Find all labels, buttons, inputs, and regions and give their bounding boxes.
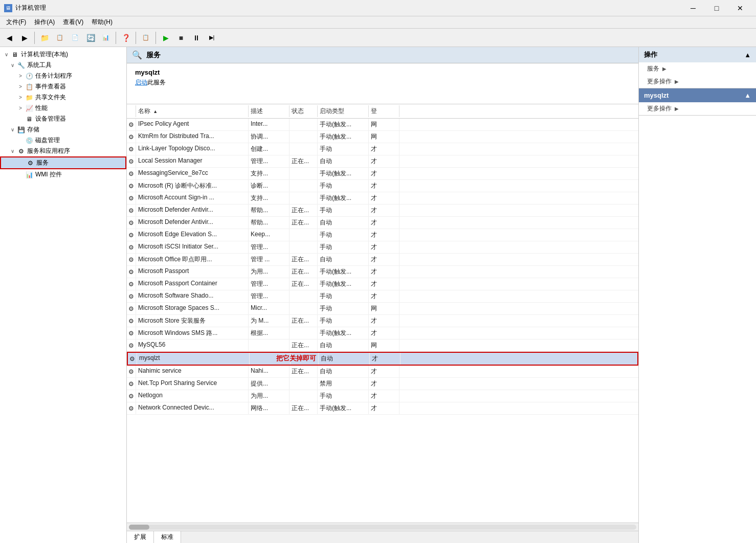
actions-mysqlzt-more-arrow: ▶ — [675, 106, 679, 111]
tree-item-device[interactable]: 🖥 设备管理器 — [0, 114, 126, 124]
row-login-mysqlzt: 才 — [370, 353, 401, 365]
row-icon: ⚙ — [127, 131, 136, 143]
table-row[interactable]: ⚙ Microsoft Defender Antivir... 帮助... 正在… — [127, 217, 638, 229]
table-row[interactable]: ⚙ Microsoft Edge Elevation S... Keep... … — [127, 229, 638, 241]
table-row[interactable]: ⚙ Microsoft Passport 为用... 正在... 手动(触发..… — [127, 266, 638, 278]
table-row[interactable]: ⚙ Microsoft iSCSI Initiator Ser... 管理...… — [127, 241, 638, 254]
tree-item-task[interactable]: > 🕐 任务计划程序 — [0, 71, 126, 81]
up-button[interactable]: 📁 — [37, 31, 52, 45]
tree-item-storage[interactable]: ∨ 💾 存储 — [0, 124, 126, 135]
pause-service-button[interactable]: ⏸ — [189, 31, 204, 45]
row-name: Microsoft Storage Spaces S... — [136, 303, 249, 314]
event-icon: 📋 — [25, 83, 34, 91]
service-start-link[interactable]: 启动 — [135, 79, 147, 86]
th-login[interactable]: 登 — [369, 105, 399, 117]
table-row[interactable]: ⚙ MySQL56 正在... 自动 网 — [127, 340, 638, 352]
row-login: 才 — [369, 366, 399, 377]
th-starttype[interactable]: 启动类型 — [318, 105, 369, 117]
toolbar-sep-4 — [155, 32, 156, 44]
tree-item-shared[interactable]: > 📁 共享文件夹 — [0, 92, 126, 103]
tree-item-system[interactable]: ∨ 🔧 系统工具 — [0, 60, 126, 71]
table-row[interactable]: ⚙ Link-Layer Topology Disco... 创建... 手动 … — [127, 143, 638, 155]
table-row[interactable]: ⚙ Local Session Manager 管理... 正在... 自动 才 — [127, 155, 638, 168]
actions-section-mysqlzt: mysqlzt ▲ 更多操作 ▶ — [639, 88, 756, 116]
tab-expand[interactable]: 扩展 — [127, 531, 154, 543]
table-row[interactable]: ⚙ Microsoft Storage Spaces S... Micr... … — [127, 303, 638, 315]
tree-item-wmi[interactable]: 📊 WMI 控件 — [0, 169, 126, 180]
close-button[interactable]: ✕ — [728, 0, 752, 16]
menu-file[interactable]: 文件(F) — [2, 17, 30, 28]
tab-standard[interactable]: 标准 — [154, 531, 181, 543]
menu-view[interactable]: 查看(V) — [59, 17, 87, 28]
table-row[interactable]: ⚙ KtmRm for Distributed Tra... 协调... 手动(… — [127, 131, 638, 143]
table-row[interactable]: ⚙ Microsoft Store 安装服务 为 M... 正在... 手动 才 — [127, 315, 638, 327]
back-button[interactable]: ◀ — [2, 31, 16, 45]
table-row[interactable]: ⚙ Nahimic service Nahi... 正在... 自动 才 — [127, 366, 638, 378]
row-login: 才 — [369, 217, 399, 229]
actions-mysqlzt-collapse-icon[interactable]: ▲ — [744, 92, 751, 99]
th-name[interactable]: 名称 ▲ — [136, 105, 249, 117]
row-starttype: 自动 — [318, 366, 369, 377]
actions-item-services[interactable]: 服务 ▶ — [639, 62, 756, 75]
start-service-button[interactable]: ▶ — [159, 31, 173, 45]
tree-item-servapps[interactable]: ∨ ⚙ 服务和应用程序 — [0, 146, 126, 156]
tree-label-perf: 性能 — [35, 104, 48, 112]
actions-item-mysqlzt-more[interactable]: 更多操作 ▶ — [639, 102, 756, 115]
maximize-button[interactable]: □ — [705, 0, 728, 16]
row-name: Link-Layer Topology Disco... — [136, 143, 249, 155]
view-button[interactable]: 📋 — [139, 31, 153, 45]
row-login: 才 — [369, 378, 399, 390]
row-desc: 管理... — [249, 278, 290, 290]
th-status[interactable]: 状态 — [290, 105, 318, 117]
properties-button[interactable]: 📄 — [68, 31, 82, 45]
perf-icon: 📈 — [25, 104, 34, 112]
table-row[interactable]: ⚙ Microsoft (R) 诊断中心标准... 诊断... 手动 才 — [127, 180, 638, 192]
horizontal-scrollbar[interactable] — [127, 523, 638, 531]
stop-service-button[interactable]: ■ — [174, 31, 188, 45]
row-status — [290, 303, 318, 314]
table-row[interactable]: ⚙ Microsoft Account Sign-in ... 支持... 手动… — [127, 192, 638, 205]
row-starttype: 自动 — [318, 340, 369, 351]
show-hide-button[interactable]: 📋 — [53, 31, 67, 45]
tree-item-services[interactable]: ⚙ 服务 — [0, 156, 126, 169]
table-row[interactable]: ⚙ IPsec Policy Agent Inter... 手动(触发... 网 — [127, 119, 638, 131]
tree-label-task: 任务计划程序 — [35, 72, 72, 80]
table-row[interactable]: ⚙ Microsoft Defender Antivir... 帮助... 正在… — [127, 205, 638, 217]
minimize-button[interactable]: ─ — [681, 0, 705, 16]
table-row[interactable]: ⚙ Microsoft Software Shado... 管理... 手动 才 — [127, 290, 638, 303]
actions-collapse-icon[interactable]: ▲ — [744, 51, 751, 59]
tree-item-disk[interactable]: 💿 磁盘管理 — [0, 135, 126, 146]
row-icon: ⚙ — [127, 180, 136, 192]
restart-service-button[interactable]: ▶| — [205, 31, 219, 45]
table-row[interactable]: ⚙ Microsoft Passport Container 管理... 正在.… — [127, 278, 638, 290]
tree-item-perf[interactable]: > 📈 性能 — [0, 103, 126, 114]
table-row[interactable]: ⚙ Microsoft Windows SMS 路... 根据... 手动(触发… — [127, 327, 638, 340]
table-row[interactable]: ⚙ MessagingService_8e7cc 支持... 手动(触发... … — [127, 168, 638, 180]
table-row-mysqlzt[interactable]: ⚙ mysqlzt 自动 才 把它关掉即可 — [127, 352, 638, 366]
table-row[interactable]: ⚙ Netlogon 为用... 手动 才 — [127, 390, 638, 402]
table-row[interactable]: ⚙ Net.Tcp Port Sharing Service 提供... 禁用 … — [127, 378, 638, 390]
table-row[interactable]: ⚙ Microsoft Office 即点即用... 管理 ... 正在... … — [127, 254, 638, 266]
row-icon: ⚙ — [127, 217, 136, 229]
computer-icon: 🖥 — [10, 51, 19, 59]
row-name: Network Connected Devic... — [136, 402, 249, 414]
refresh-button[interactable]: 🔄 — [83, 31, 98, 45]
menu-help[interactable]: 帮助(H) — [87, 17, 117, 28]
table-row[interactable]: ⚙ Network Connected Devic... 网络... 正在...… — [127, 402, 638, 415]
help-button[interactable]: ❓ — [119, 31, 133, 45]
menu-action[interactable]: 操作(A) — [30, 17, 59, 28]
row-icon: ⚙ — [127, 340, 136, 351]
row-starttype: 手动 — [318, 390, 369, 402]
actions-more-arrow: ▶ — [675, 79, 679, 84]
tree-item-computer[interactable]: ∨ 🖥 计算机管理(本地) — [0, 49, 126, 60]
row-desc: 网络... — [249, 402, 290, 414]
row-status-mysqlzt — [291, 353, 319, 365]
services-title: 服务 — [146, 51, 161, 60]
tree-item-event[interactable]: > 📋 事件查看器 — [0, 81, 126, 92]
th-desc[interactable]: 描述 — [249, 105, 290, 117]
forward-button[interactable]: ▶ — [17, 31, 32, 45]
actions-item-more[interactable]: 更多操作 ▶ — [639, 75, 756, 88]
export-button[interactable]: 📊 — [99, 31, 113, 45]
services-table[interactable]: ⚙ IPsec Policy Agent Inter... 手动(触发... 网… — [127, 119, 638, 523]
tree-label-device: 设备管理器 — [35, 115, 66, 123]
